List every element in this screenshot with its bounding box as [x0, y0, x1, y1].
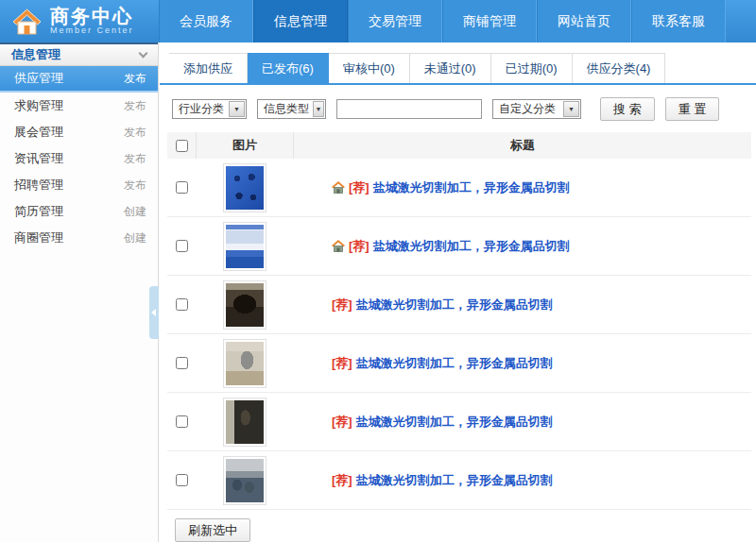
- sidebar-item-action[interactable]: 发布: [124, 98, 146, 114]
- row-title-link[interactable]: 盐城激光切割加工，异形金属品切割: [356, 355, 553, 372]
- row-checkbox[interactable]: [176, 298, 188, 311]
- top-nav: 会员服务信息管理交易管理商铺管理网站首页联系客服: [159, 0, 726, 42]
- dropdown-arrow-icon[interactable]: ▼: [229, 101, 245, 117]
- sidebar-item-action[interactable]: 发布: [124, 125, 146, 141]
- industry-category-select[interactable]: 行业分类 ▼: [172, 99, 247, 119]
- app-title: 商务中心: [50, 7, 134, 25]
- sidebar-item[interactable]: 资讯管理 发布: [0, 145, 158, 172]
- industry-category-value: 行业分类: [173, 101, 228, 117]
- row-thumbnail[interactable]: [223, 163, 266, 212]
- sidebar-item[interactable]: 商圈管理 创建: [0, 225, 158, 251]
- tab[interactable]: 供应分类(4): [573, 53, 666, 83]
- column-header-title: 标题: [294, 137, 751, 154]
- sidebar-item-label: 招聘管理: [14, 177, 63, 194]
- row-title-link[interactable]: 盐城激光切割加工，异形金属品切割: [356, 472, 553, 489]
- tab-label: 供应分类(4): [587, 60, 651, 77]
- dropdown-arrow-icon[interactable]: ▼: [563, 101, 579, 117]
- sidebar-item[interactable]: 展会管理 发布: [0, 119, 158, 145]
- home-icon: [332, 240, 345, 252]
- results-table: 图片 标题 [荐] 盐城激光切割加工，: [167, 132, 751, 542]
- tab[interactable]: 审核中(0): [329, 53, 410, 83]
- table-row: [荐] 盐城激光切割加工，异形金属品切割: [167, 276, 751, 334]
- table-row: [荐] 盐城激光切割加工，异形金属品切割: [167, 159, 751, 217]
- nav-item-label: 交易管理: [369, 13, 421, 30]
- sidebar-item-label: 商圈管理: [14, 229, 63, 246]
- custom-category-select[interactable]: 自定义分类 ▼: [492, 99, 581, 119]
- sidebar-item-label: 求购管理: [14, 97, 63, 114]
- sidebar-item[interactable]: 供应管理 发布: [0, 66, 158, 93]
- nav-item[interactable]: 网站首页: [537, 0, 631, 42]
- tab-label: 已发布(6): [262, 60, 314, 77]
- sidebar-collapse-handle[interactable]: [149, 286, 159, 339]
- tab[interactable]: 已发布(6): [248, 53, 329, 83]
- sidebar-item[interactable]: 招聘管理 发布: [0, 172, 158, 198]
- home-icon: [332, 181, 345, 194]
- keyword-input[interactable]: [336, 99, 482, 119]
- tab[interactable]: 添加供应: [169, 53, 248, 83]
- row-checkbox[interactable]: [176, 181, 188, 194]
- row-checkbox[interactable]: [176, 240, 188, 252]
- row-thumbnail[interactable]: [223, 339, 266, 388]
- table-row: [荐] 盐城激光切割加工，异形金属品切割: [167, 334, 751, 393]
- table-row: [荐] 盐城激光切割加工，异形金属品切割: [167, 451, 751, 510]
- recommend-badge: [荐]: [332, 355, 352, 372]
- reset-button[interactable]: 重 置: [665, 97, 720, 121]
- tab[interactable]: 未通过(0): [410, 53, 491, 83]
- home-logo-icon: [12, 8, 42, 35]
- table-row: [荐] 盐城激光切割加工，异形金属品切割: [167, 393, 751, 451]
- sidebar-item-label: 供应管理: [14, 70, 63, 87]
- nav-item[interactable]: 商铺管理: [442, 0, 537, 42]
- nav-item-label: 会员服务: [180, 13, 232, 30]
- row-thumbnail[interactable]: [223, 222, 266, 271]
- select-all-checkbox[interactable]: [176, 140, 188, 152]
- nav-item-label: 联系客服: [652, 13, 705, 30]
- info-type-select[interactable]: 信息类型 ▼: [257, 99, 326, 119]
- row-checkbox[interactable]: [176, 415, 188, 428]
- sidebar-menu: 供应管理 发布 求购管理 发布 展会管理 发布 资讯管理 发布 招聘管理 发布 …: [0, 66, 158, 251]
- nav-item[interactable]: 联系客服: [631, 0, 726, 42]
- nav-item-label: 网站首页: [558, 13, 610, 30]
- table-row: [荐] 盐城激光切割加工，异形金属品切割: [167, 217, 751, 276]
- info-type-value: 信息类型: [258, 101, 313, 117]
- sidebar-item[interactable]: 简历管理 创建: [0, 198, 158, 225]
- refresh-selected-button[interactable]: 刷新选中: [175, 518, 250, 542]
- dropdown-arrow-icon[interactable]: ▼: [313, 101, 324, 117]
- nav-item[interactable]: 信息管理: [253, 0, 348, 42]
- row-thumbnail[interactable]: [223, 280, 266, 330]
- tab[interactable]: 已过期(0): [491, 53, 573, 83]
- sidebar-item-action[interactable]: 创建: [124, 230, 146, 246]
- row-title-link[interactable]: 盐城激光切割加工，异形金属品切割: [356, 296, 553, 313]
- row-title-link[interactable]: 盐城激光切割加工，异形金属品切割: [373, 179, 570, 196]
- sidebar-item-action[interactable]: 发布: [124, 178, 146, 194]
- tab-label: 已过期(0): [506, 60, 558, 77]
- sidebar-item-label: 展会管理: [14, 124, 63, 141]
- sidebar-item-action[interactable]: 创建: [124, 204, 146, 220]
- tab-label: 添加供应: [183, 60, 232, 77]
- nav-item-label: 信息管理: [274, 13, 327, 30]
- row-thumbnail[interactable]: [223, 398, 266, 447]
- row-thumbnail[interactable]: [223, 456, 266, 505]
- column-header-image: 图片: [196, 132, 294, 159]
- nav-item-label: 商铺管理: [463, 13, 516, 30]
- row-title-link[interactable]: 盐城激光切割加工，异形金属品切割: [356, 414, 553, 431]
- tab-label: 未通过(0): [424, 60, 476, 77]
- row-checkbox[interactable]: [176, 357, 188, 369]
- table-body: [荐] 盐城激光切割加工，异形金属品切割 [荐]: [167, 159, 751, 510]
- row-checkbox[interactable]: [176, 474, 188, 486]
- sidebar-item-action[interactable]: 发布: [124, 151, 146, 167]
- search-button[interactable]: 搜 索: [600, 97, 655, 121]
- row-title-link[interactable]: 盐城激光切割加工，异形金属品切割: [373, 238, 570, 255]
- sidebar-item[interactable]: 求购管理 发布: [0, 93, 158, 119]
- sidebar-title: 信息管理: [11, 46, 60, 63]
- recommend-badge: [荐]: [332, 472, 352, 489]
- nav-item[interactable]: 会员服务: [159, 0, 253, 42]
- table-header: 图片 标题: [167, 132, 751, 159]
- nav-item[interactable]: 交易管理: [348, 0, 442, 42]
- sidebar-header[interactable]: 信息管理: [0, 42, 158, 66]
- sidebar-item-label: 资讯管理: [14, 150, 63, 167]
- sidebar: 信息管理 供应管理 发布 求购管理 发布 展会管理 发布 资讯管理 发布 招聘管…: [0, 42, 159, 542]
- custom-category-value: 自定义分类: [493, 101, 559, 117]
- recommend-badge: [荐]: [332, 296, 352, 313]
- recommend-badge: [荐]: [349, 179, 369, 196]
- sidebar-item-action[interactable]: 发布: [124, 71, 146, 87]
